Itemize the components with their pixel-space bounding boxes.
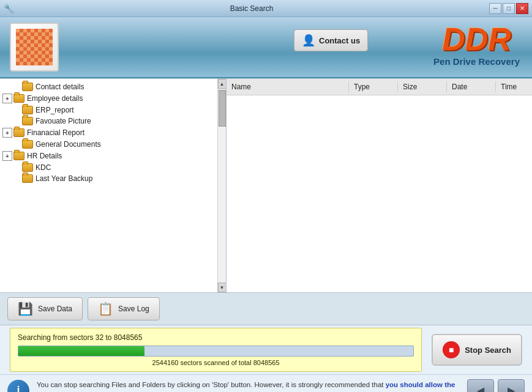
tree-label: Finanacial Report — [27, 128, 84, 137]
col-name: Name — [227, 81, 349, 92]
tree-item[interactable]: + Employee details — [0, 92, 226, 105]
header: 👤 Contact us DDR Pen Drive Recovery — [0, 17, 532, 78]
tree-item[interactable]: + HR Details — [0, 150, 226, 162]
folder-icon — [22, 163, 33, 172]
contact-btn-label: Contact us — [319, 36, 360, 45]
app-icon: 🔧 — [4, 4, 14, 13]
close-button[interactable]: ✕ — [516, 3, 528, 14]
search-status-text: Searching from sectors 32 to 8048565 — [18, 333, 414, 342]
save-data-label: Save Data — [38, 305, 72, 313]
save-data-icon: 💾 — [18, 301, 33, 316]
tree-item[interactable]: KDC — [0, 162, 226, 173]
info-message-part1: You can stop searching Files and Folders… — [37, 381, 386, 388]
contact-us-button[interactable]: 👤 Contact us — [294, 29, 368, 51]
brand-name: DDR — [433, 23, 520, 55]
tree-label: KDC — [36, 163, 51, 172]
tree-expand-icon[interactable]: + — [2, 128, 12, 138]
stop-search-label: Stop Search — [465, 346, 511, 355]
tree-item[interactable]: ERP_report — [0, 105, 226, 116]
save-log-button[interactable]: 📋 Save Log — [88, 297, 160, 320]
file-table-body — [227, 95, 532, 292]
tree-container[interactable]: Contact details + Employee details ERP_r… — [0, 79, 226, 292]
tree-label: Contact details — [36, 83, 84, 91]
col-time: Time — [496, 81, 532, 92]
save-data-button[interactable]: 💾 Save Data — [7, 297, 83, 320]
search-info-box: Searching from sectors 32 to 8048565 254… — [10, 328, 422, 372]
tree-label: Favouate Picture — [36, 117, 91, 125]
scroll-down-arrow[interactable]: ▼ — [218, 283, 227, 292]
tree-label: HR Details — [27, 152, 62, 160]
tree-item[interactable]: Favouate Picture — [0, 116, 226, 127]
toolbar: 💾 Save Data 📋 Save Log — [0, 292, 532, 325]
maximize-button[interactable]: □ — [503, 3, 515, 14]
forward-button[interactable]: ▶ — [498, 379, 525, 393]
col-date: Date — [447, 81, 496, 92]
scroll-up-arrow[interactable]: ▲ — [218, 79, 227, 89]
main-content: Contact details + Employee details ERP_r… — [0, 78, 532, 292]
tree-scrollbar[interactable]: ▲ ▼ — [217, 79, 226, 292]
app-logo — [10, 23, 59, 72]
tree-label: Employee details — [27, 94, 83, 103]
folder-icon — [22, 174, 33, 183]
info-text: You can stop searching Files and Folders… — [37, 380, 460, 392]
col-type: Type — [349, 81, 398, 92]
folder-icon — [13, 128, 24, 137]
logo-checkerboard — [16, 29, 53, 65]
tree-item[interactable]: + Finanacial Report — [0, 127, 226, 139]
search-count-text: 2544160 sectors scanned of total 8048565 — [18, 359, 414, 366]
stop-icon: ■ — [443, 341, 460, 358]
window-controls: ─ □ ✕ — [489, 3, 528, 14]
scroll-thumb[interactable] — [219, 90, 226, 127]
save-log-icon: 📋 — [98, 301, 113, 316]
contact-icon: 👤 — [302, 34, 315, 47]
file-panel: Name Type Size Date Time — [227, 79, 532, 292]
folder-icon — [13, 152, 24, 160]
info-bar: i You can stop searching Files and Folde… — [0, 374, 532, 392]
folder-icon — [22, 117, 33, 125]
tree-label: General Documents — [36, 140, 101, 149]
tree-item[interactable]: Contact details — [0, 81, 226, 92]
nav-buttons: ◀ ▶ — [467, 379, 525, 393]
title-bar: 🔧 Basic Search ─ □ ✕ — [0, 0, 532, 17]
stop-search-button[interactable]: ■ Stop Search — [432, 334, 522, 366]
search-area: Searching from sectors 32 to 8048565 254… — [0, 325, 532, 374]
brand-subtitle: Pen Drive Recovery — [433, 56, 520, 67]
minimize-button[interactable]: ─ — [489, 3, 501, 14]
tree-label: ERP_report — [36, 106, 74, 114]
back-button[interactable]: ◀ — [467, 379, 494, 393]
info-icon: i — [7, 380, 29, 393]
file-table-header: Name Type Size Date Time — [227, 79, 532, 95]
col-size: Size — [398, 81, 447, 92]
folder-icon — [22, 140, 33, 149]
progress-bar-fill — [18, 346, 144, 356]
brand-area: DDR Pen Drive Recovery — [433, 23, 520, 67]
tree-item[interactable]: General Documents — [0, 139, 226, 150]
folder-icon — [22, 83, 33, 91]
folder-icon — [22, 106, 33, 114]
tree-label: Last Year Backup — [36, 174, 92, 183]
tree-expand-icon[interactable]: + — [2, 94, 12, 103]
folder-icon — [13, 94, 24, 103]
tree-panel: Contact details + Employee details ERP_r… — [0, 79, 227, 292]
window-title: Basic Search — [14, 4, 489, 13]
tree-expand-icon[interactable]: + — [2, 151, 12, 161]
tree-item[interactable]: Last Year Backup — [0, 173, 226, 184]
save-log-label: Save Log — [118, 305, 149, 313]
progress-bar-background — [18, 346, 414, 357]
